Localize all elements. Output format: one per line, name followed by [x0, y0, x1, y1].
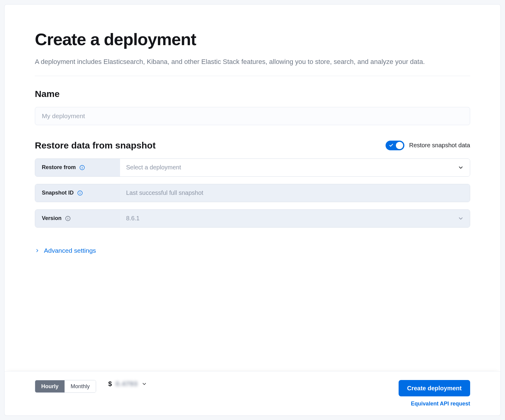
snapshot-id-label-cell: Snapshot ID [35, 184, 120, 202]
chevron-down-icon [458, 215, 464, 222]
billing-hourly-button[interactable]: Hourly [35, 380, 65, 392]
billing-period-toggle: Hourly Monthly [35, 380, 96, 393]
restore-from-label-cell: Restore from [35, 159, 120, 176]
page-subtitle: A deployment includes Elasticsearch, Kib… [35, 57, 470, 67]
snapshot-id-field: Last successful full snapshot [120, 184, 470, 202]
card-content: Create a deployment A deployment include… [5, 5, 500, 371]
chevron-down-icon [142, 381, 147, 387]
page-title: Create a deployment [35, 29, 470, 49]
price-amount: 0.4793 [115, 380, 138, 388]
footer: Hourly Monthly $0.4793 Create deployment… [5, 371, 500, 415]
snapshot-id-label: Snapshot ID [42, 190, 74, 196]
info-icon[interactable] [79, 165, 85, 170]
deployment-card: Create a deployment A deployment include… [4, 4, 501, 416]
restore-section-header: Restore data from snapshot Restore snaps… [35, 140, 470, 151]
toggle-knob [396, 142, 403, 149]
svg-point-8 [68, 217, 68, 218]
check-icon [389, 143, 393, 148]
divider [35, 76, 470, 76]
version-row: Version 8.6.1 [35, 209, 470, 228]
restore-from-placeholder: Select a deployment [126, 164, 458, 171]
restore-toggle-wrap: Restore snapshot data [386, 141, 470, 150]
name-section-heading: Name [35, 89, 470, 99]
create-deployment-button[interactable]: Create deployment [399, 380, 470, 396]
version-select: 8.6.1 [120, 210, 470, 227]
snapshot-id-placeholder: Last successful full snapshot [126, 189, 464, 196]
svg-point-2 [82, 166, 82, 167]
deployment-name-input[interactable] [35, 107, 470, 125]
restore-toggle-label: Restore snapshot data [409, 142, 470, 149]
billing-monthly-button[interactable]: Monthly [65, 380, 96, 392]
restore-from-row: Restore from Select a deployment [35, 158, 470, 177]
restore-section-heading: Restore data from snapshot [35, 140, 156, 151]
restore-from-select[interactable]: Select a deployment [120, 159, 470, 176]
restore-toggle[interactable] [386, 141, 404, 150]
equivalent-api-request-link[interactable]: Equivalent API request [411, 401, 470, 407]
version-label-cell: Version [35, 210, 120, 227]
price-display[interactable]: $0.4793 [108, 380, 147, 388]
svg-point-5 [80, 192, 80, 192]
snapshot-id-row: Snapshot ID Last successful full snapsho… [35, 184, 470, 202]
page-root: Create a deployment A deployment include… [0, 0, 505, 420]
info-icon[interactable] [65, 216, 71, 221]
footer-actions: Create deployment Equivalent API request [399, 380, 470, 407]
price-currency: $ [108, 380, 112, 388]
advanced-settings-link[interactable]: Advanced settings [35, 247, 96, 254]
version-label: Version [42, 215, 62, 222]
info-icon[interactable] [77, 190, 83, 196]
advanced-settings-label: Advanced settings [44, 247, 96, 254]
chevron-down-icon [458, 165, 464, 171]
version-value: 8.6.1 [126, 215, 458, 222]
restore-from-label: Restore from [42, 164, 76, 171]
chevron-right-icon [35, 248, 40, 253]
